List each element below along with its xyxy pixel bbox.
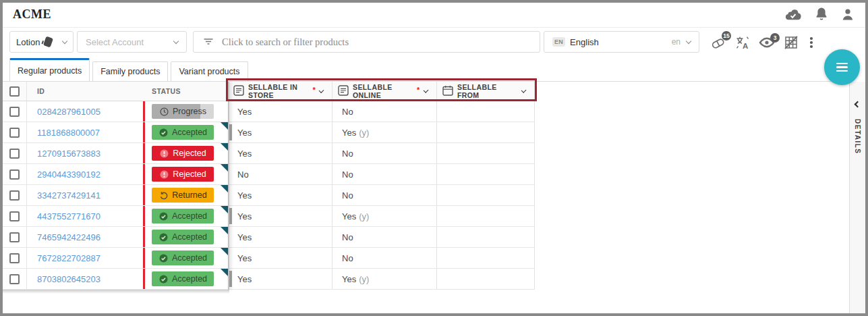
product-id-link[interactable]: 8703802645203	[37, 274, 100, 284]
pill-icon[interactable]: 15	[710, 34, 726, 51]
product-id-link[interactable]: 2940443390192	[37, 169, 100, 180]
chevron-down-icon	[173, 38, 179, 43]
sellable-from-cell[interactable]	[436, 248, 535, 268]
status-icon	[159, 149, 169, 159]
lotion-bottle-icon	[43, 36, 53, 48]
status-icon	[158, 253, 169, 263]
sellable-in-store-cell[interactable]: Yes	[228, 269, 332, 289]
column-header-sellable-in-store[interactable]: SELLABLE IN STORE *	[228, 82, 332, 101]
row-checkbox[interactable]	[3, 206, 27, 226]
row-checkbox[interactable]	[3, 164, 27, 184]
sellable-online-cell[interactable]: No	[332, 101, 436, 122]
status-cell[interactable]: Accepted	[143, 227, 228, 247]
app-window: ACME Lotion Select Account	[0, 0, 868, 316]
sellable-from-cell[interactable]	[436, 227, 535, 247]
sellable-from-cell[interactable]	[436, 269, 535, 289]
search-input[interactable]: Click to search or filter products	[193, 31, 540, 53]
product-id-link[interactable]: 1181868800007	[37, 128, 100, 138]
more-vertical-icon[interactable]	[807, 36, 815, 49]
status-label: Accepted	[172, 211, 207, 221]
status-cell[interactable]: Rejected	[143, 143, 228, 163]
chevron-left-icon[interactable]	[855, 101, 861, 108]
chevron-down-icon[interactable]	[521, 87, 526, 93]
search-placeholder: Click to search or filter products	[222, 36, 349, 48]
status-icon	[158, 128, 169, 138]
product-id-link[interactable]: 3342737429141	[37, 190, 100, 201]
sellable-in-store-cell[interactable]: Yes	[228, 143, 332, 163]
row-checkbox[interactable]	[3, 143, 27, 163]
grid-off-icon[interactable]	[784, 35, 799, 50]
sellable-online-cell[interactable]: Yes (y)	[332, 206, 436, 226]
status-cell[interactable]: Accepted	[143, 122, 228, 142]
sellable-in-store-cell[interactable]: No	[228, 164, 332, 184]
sellable-from-cell[interactable]	[436, 206, 535, 226]
product-id-link[interactable]: 7465942422496	[37, 232, 100, 242]
bell-icon[interactable]	[815, 7, 828, 22]
sellable-online-cell[interactable]: No	[332, 248, 436, 268]
sellable-in-store-cell[interactable]: Yes	[228, 122, 332, 142]
product-type-select[interactable]: Lotion	[9, 31, 74, 53]
status-badge: Progress	[152, 104, 214, 119]
sellable-from-cell[interactable]	[436, 101, 535, 122]
sellable-in-store-cell[interactable]: Yes	[228, 206, 332, 226]
tab-family-products[interactable]: Family products	[92, 61, 168, 81]
row-checkbox[interactable]	[3, 248, 27, 268]
column-header-sellable-online[interactable]: SELLABLE ONLINE *	[332, 82, 436, 101]
status-cell[interactable]: Accepted	[143, 269, 228, 289]
language-select[interactable]: EN English en	[544, 31, 699, 53]
chevron-down-icon[interactable]	[423, 88, 428, 93]
product-id-link[interactable]: 4437552771670	[37, 211, 100, 221]
sellable-from-cell[interactable]	[436, 143, 535, 163]
tab-regular-products[interactable]: Regular products	[9, 58, 90, 81]
grid-header: ID STATUS SELLABLE IN STORE * SELLABLE O…	[3, 82, 535, 101]
sellable-from-cell[interactable]	[436, 164, 535, 184]
sellable-online-cell[interactable]: No	[332, 164, 436, 184]
status-cell[interactable]: Progress	[143, 101, 228, 122]
status-label: Rejected	[173, 149, 206, 158]
account-select[interactable]: Select Account	[77, 31, 187, 53]
draft-corner-marker	[221, 122, 228, 130]
sellable-in-store-cell[interactable]: Yes	[228, 248, 332, 268]
status-cell[interactable]: Accepted	[143, 206, 228, 226]
sellable-in-store-cell[interactable]: Yes	[228, 227, 332, 247]
user-icon[interactable]	[841, 7, 855, 22]
eye-icon[interactable]: 3	[759, 36, 775, 49]
sellable-online-cell[interactable]: No	[332, 185, 436, 205]
sellable-in-store-cell[interactable]: Yes	[228, 101, 332, 122]
frozen-pane-shadow	[3, 290, 229, 294]
status-cell[interactable]: Rejected	[143, 164, 228, 184]
main-menu-button[interactable]	[824, 49, 860, 85]
column-header-id[interactable]: ID	[27, 82, 143, 101]
sellable-online-cell[interactable]: Yes (y)	[332, 269, 436, 289]
status-cell[interactable]: Accepted	[143, 248, 228, 268]
product-id-link[interactable]: 0284287961005	[37, 107, 100, 117]
translate-icon[interactable]: A	[735, 35, 750, 50]
sellable-from-cell[interactable]	[436, 122, 535, 142]
eye-count-badge: 3	[770, 33, 780, 43]
status-icon	[159, 107, 169, 117]
row-checkbox[interactable]	[3, 269, 27, 289]
cloud-check-icon[interactable]	[784, 7, 802, 21]
chevron-down-icon[interactable]	[319, 88, 324, 93]
status-cell[interactable]: Returned	[143, 185, 228, 205]
select-all-checkbox[interactable]	[3, 82, 27, 101]
column-header-status[interactable]: STATUS	[143, 82, 228, 101]
sellable-from-cell[interactable]	[436, 185, 535, 205]
product-id-link[interactable]: 1270915673883	[37, 149, 100, 159]
row-checkbox[interactable]	[3, 122, 27, 142]
draft-corner-marker	[221, 143, 228, 151]
row-checkbox[interactable]	[3, 227, 27, 247]
sellable-online-cell[interactable]: No	[332, 143, 436, 163]
sellable-in-store-cell[interactable]: Yes	[228, 185, 332, 205]
boolean-key-suffix: (y)	[359, 211, 369, 221]
table-row: 7672822702887 Accepted	[3, 248, 535, 269]
row-checkbox[interactable]	[3, 101, 27, 122]
sellable-online-cell[interactable]: No	[332, 227, 436, 247]
row-checkbox[interactable]	[3, 185, 27, 205]
tab-variant-products[interactable]: Variant products	[171, 61, 248, 81]
details-panel-label[interactable]: DETAILS	[854, 119, 861, 155]
sellable-online-cell[interactable]: Yes (y)	[332, 122, 436, 142]
column-header-sellable-from[interactable]: SELLABLE FROM	[436, 82, 535, 101]
product-type-value: Lotion	[16, 37, 40, 47]
product-id-link[interactable]: 7672822702887	[37, 253, 100, 263]
